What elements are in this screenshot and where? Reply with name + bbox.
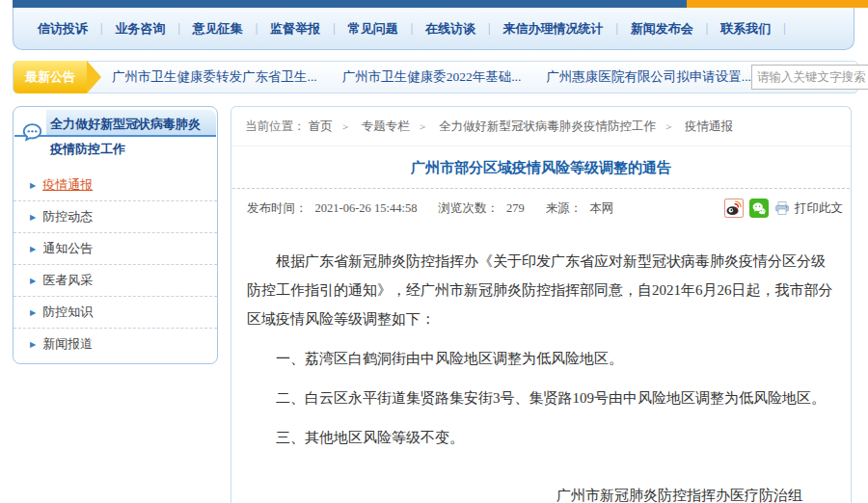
article-meta: 发布时间： 2021-06-26 15:44:58 浏览次数： 279 来源： … [231,189,851,226]
arrow-right-icon: ▶ [30,340,36,349]
sidebar-item-control-news[interactable]: ▶防控动态 [14,200,217,232]
breadcrumb: 当前位置： 首页＞ 专题专栏＞ 全力做好新型冠状病毒肺炎疫情防控工作＞ 疫情通报 [231,107,851,146]
source-value: 本网 [589,200,613,217]
sidebar-item-label[interactable]: 通知公告 [42,241,93,255]
arrow-right-icon: ▶ [30,181,36,190]
top-color-strip [13,0,868,8]
sidebar-header: 全力做好新型冠状病毒肺炎疫情防控工作 [14,107,217,168]
nav-item-faq[interactable]: 常见问题 [336,20,411,38]
arrow-right-icon: ▶ [30,308,36,317]
publish-time-label: 发布时间： [247,200,308,217]
sidebar-item-label[interactable]: 疫情通报 [42,177,93,192]
nav-item-supervision-report[interactable]: 监督举报 [258,20,333,38]
announcement-link-3[interactable]: 广州惠康医院有限公司拟申请设置... [546,68,751,86]
share-tools: 打印此文 [719,199,843,218]
announcement-link-2[interactable]: 广州市卫生健康委2022年基础... [342,68,522,86]
strip-blue-segment [13,0,687,8]
breadcrumb-label: 当前位置： [245,119,306,133]
latest-announcement-badge: 最新公告 [14,61,87,93]
sidebar-item-doctor-style[interactable]: ▶医者风采 [14,264,217,296]
breadcrumb-home[interactable]: 首页 [309,119,333,133]
article-body: 根据广东省新冠肺炎防控指挥办《关于印发广东省应对新型冠状病毒肺炎疫情分区分级防控… [231,226,851,503]
weibo-share-icon[interactable] [724,199,744,218]
page: 信访投诉| 业务咨询| 意见征集| 监督举报| 常见问题| 在线访谈| 来信办理… [0,0,868,503]
announcement-bar: 最新公告 广州市卫生健康委转发广东省卫生... 广州市卫生健康委2022年基础.… [13,61,858,93]
article-paragraph: 根据广东省新冠肺炎防控指挥办《关于印发广东省应对新型冠状病毒肺炎疫情分区分级防控… [247,247,835,333]
nav-item-contact-us[interactable]: 联系我们 [708,20,783,38]
source-label: 来源： [546,200,583,217]
top-nav: 信访投诉| 业务咨询| 意见征集| 监督举报| 常见问题| 在线访谈| 来信办理… [13,8,854,50]
sidebar-item-label[interactable]: 医者风采 [42,273,93,287]
nav-item-petition[interactable]: 信访投诉 [25,20,100,38]
sidebar-item-label[interactable]: 防控知识 [42,304,93,319]
breadcrumb-covid-topic[interactable]: 全力做好新型冠状病毒肺炎疫情防控工作 [439,119,656,133]
nav-item-letter-stats[interactable]: 来信办理情况统计 [490,20,615,38]
breadcrumb-special-topics[interactable]: 专题专栏 [362,119,410,133]
views-value: 279 [506,201,525,216]
arrow-right-icon: ▶ [30,213,36,222]
print-icon[interactable] [774,200,790,216]
sidebar-item-news-report[interactable]: ▶新闻报道 [14,328,217,359]
article-list-item-1: 一、荔湾区白鹤洞街由中风险地区调整为低风险地区。 [247,344,835,373]
publish-time-value: 2021-06-26 15:44:58 [315,201,418,216]
article-signature: 广州市新冠肺炎防控指挥办医疗防治组 [247,481,802,503]
nav-item-online-interview[interactable]: 在线访谈 [413,20,488,38]
views-label: 浏览次数： [438,200,499,217]
sidebar-item-epidemic-report[interactable]: ▶疫情通报 [14,170,217,200]
breadcrumb-epidemic-report[interactable]: 疫情通报 [685,119,733,133]
breadcrumb-separator: ＞ [418,120,428,132]
content-area: 全力做好新型冠状病毒肺炎疫情防控工作 ▶疫情通报 ▶防控动态 ▶通知公告 ▶医者… [13,106,868,503]
sidebar: 全力做好新型冠状病毒肺炎疫情防控工作 ▶疫情通报 ▶防控动态 ▶通知公告 ▶医者… [13,106,218,364]
nav-item-opinion-collect[interactable]: 意见征集 [180,20,256,38]
strip-orange-segment [687,0,868,8]
nav-item-business-consult[interactable]: 业务咨询 [102,20,177,38]
sidebar-item-label[interactable]: 防控动态 [42,209,93,224]
sidebar-menu: ▶疫情通报 ▶防控动态 ▶通知公告 ▶医者风采 ▶防控知识 ▶新闻报道 [14,170,217,363]
print-this-page-link[interactable]: 打印此文 [795,200,843,217]
wechat-share-icon[interactable] [749,199,769,218]
arrow-right-icon: ▶ [30,245,36,253]
article-list-item-2: 二、白云区永平街道集贤路集安街3号、集贤路109号由中风险地区调整为低风险地区。 [247,384,835,412]
sidebar-item-prevention-knowledge[interactable]: ▶防控知识 [14,296,217,328]
nav-separator: | [783,21,785,36]
sidebar-item-label[interactable]: 新闻报道 [42,336,93,351]
arrow-right-icon: ▶ [30,277,36,285]
sidebar-item-notices[interactable]: ▶通知公告 [14,232,217,264]
search-input[interactable] [751,65,868,90]
article-list-item-3: 三、其他地区风险等级不变。 [247,423,835,452]
breadcrumb-separator: ＞ [664,120,674,132]
article-panel: 当前位置： 首页＞ 专题专栏＞ 全力做好新型冠状病毒肺炎疫情防控工作＞ 疫情通报… [231,106,852,503]
article-title: 广州市部分区域疫情风险等级调整的通告 [231,146,851,188]
badge-label: 最新公告 [25,68,75,86]
sidebar-title: 全力做好新型冠状病毒肺炎疫情防控工作 [50,112,209,162]
search-box: 智能搜索 [751,65,868,90]
speech-bubble-icon [21,121,43,147]
nav-item-press-conference[interactable]: 新闻发布会 [618,20,706,38]
announcement-link-1[interactable]: 广州市卫生健康委转发广东省卫生... [112,68,317,86]
breadcrumb-separator: ＞ [340,120,351,132]
